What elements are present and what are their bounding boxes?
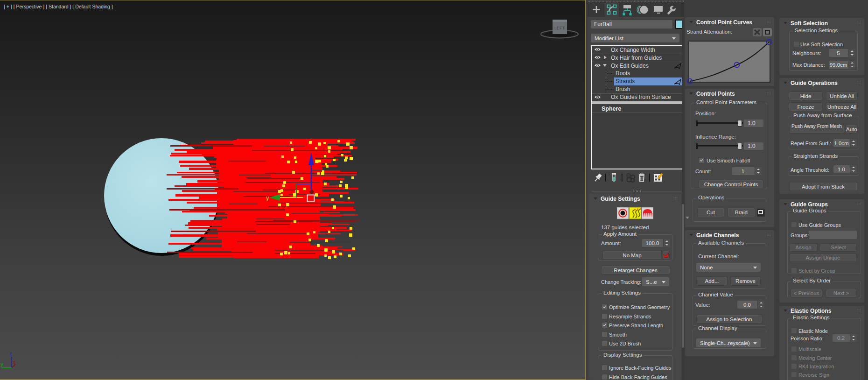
svg-text:LEFT: LEFT <box>554 26 565 30</box>
svg-text:y: y <box>266 194 269 201</box>
svg-text:x: x <box>13 359 16 365</box>
svg-text:y: y <box>0 361 4 367</box>
svg-text:z: z <box>9 351 12 356</box>
